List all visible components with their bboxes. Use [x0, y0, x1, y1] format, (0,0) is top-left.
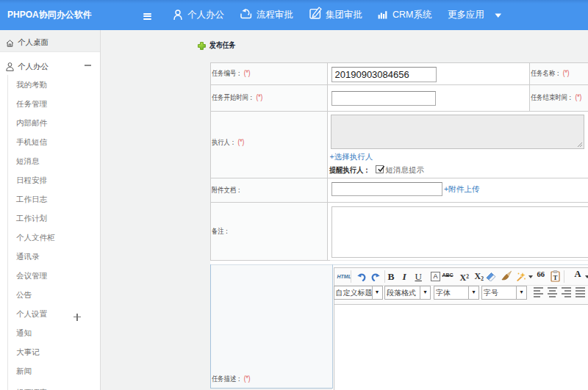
svg-text:T: T — [553, 273, 557, 281]
